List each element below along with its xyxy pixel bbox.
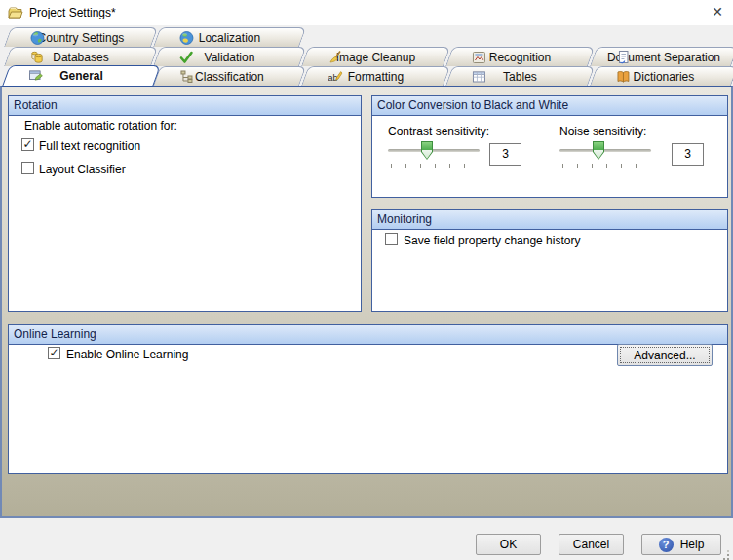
recognition-icon (471, 50, 486, 65)
project-settings-dialog: Project Settings* ✕ Country Settings Loc… (0, 0, 733, 560)
validation-check-icon (178, 50, 194, 65)
title-bar: Project Settings* ✕ (0, 0, 733, 25)
tab-label: Validation (205, 51, 255, 64)
formatting-icon: ab (327, 69, 342, 85)
classification-tree-icon (178, 69, 194, 85)
rotation-intro-label: Enable automatic rotation for: (24, 119, 177, 132)
layout-classifier-checkbox[interactable] (21, 162, 34, 174)
tab-label: Recognition (489, 51, 551, 64)
window-title: Project Settings* (29, 6, 116, 19)
svg-text:ab: ab (328, 73, 337, 83)
cancel-button[interactable]: Cancel (559, 534, 624, 555)
online-learning-group: Online Learning ✓ Enable Online Learning… (8, 324, 728, 474)
color-conversion-group-title: Color Conversion to Black and White (372, 96, 727, 116)
tab-label: Localization (199, 31, 260, 45)
enable-online-learning-label[interactable]: Enable Online Learning (66, 348, 188, 361)
tab-label: Tables (503, 70, 537, 84)
tab-label: Dictionaries (634, 70, 695, 84)
tab-country-settings[interactable]: Country Settings (4, 27, 158, 47)
noise-sensitivity-slider-track[interactable] (559, 149, 651, 152)
monitoring-group-title: Monitoring (372, 210, 727, 230)
tab-dictionaries[interactable]: Dictionaries (590, 66, 733, 86)
full-text-recognition-checkbox[interactable]: ✓ (21, 138, 34, 151)
tab-classification[interactable]: Classification (153, 66, 306, 86)
tab-image-cleanup[interactable]: Image Cleanup (301, 47, 450, 66)
rotation-group-title: Rotation (9, 96, 361, 116)
tab-databases[interactable]: Databases (4, 47, 158, 66)
resize-grip[interactable] (721, 548, 729, 556)
advanced-button[interactable]: Advanced... (617, 344, 713, 366)
tab-document-separation[interactable]: Document Separation (590, 47, 733, 66)
online-learning-group-title: Online Learning (9, 325, 727, 345)
app-icon (7, 4, 24, 21)
tab-recognition[interactable]: Recognition (445, 47, 595, 66)
tab-label: Formatting (348, 70, 404, 84)
tab-tables[interactable]: Tables (445, 66, 595, 86)
general-form-icon (28, 68, 44, 84)
help-button[interactable]: ? Help (641, 534, 721, 555)
help-button-label: Help (680, 538, 705, 551)
country-settings-globe-icon (29, 30, 45, 46)
document-separation-icon (615, 50, 631, 65)
layout-classifier-label[interactable]: Layout Classifier (39, 163, 126, 176)
rotation-group: Rotation Enable automatic rotation for: … (8, 95, 362, 312)
save-field-history-checkbox[interactable] (385, 233, 398, 245)
color-conversion-group: Color Conversion to Black and White Cont… (371, 95, 728, 198)
tab-label: Country Settings (38, 31, 125, 45)
broom-icon (327, 50, 342, 65)
tab-validation[interactable]: Validation (153, 47, 306, 66)
help-icon: ? (659, 538, 674, 552)
noise-sensitivity-slider-thumb[interactable] (593, 141, 604, 160)
table-icon (471, 69, 486, 85)
tab-localization[interactable]: Localization (153, 27, 306, 47)
tab-label: Image Cleanup (336, 51, 415, 64)
tab-label: Databases (53, 51, 108, 64)
close-icon[interactable]: ✕ (702, 0, 733, 23)
contrast-sensitivity-slider-track[interactable] (388, 149, 480, 152)
noise-sensitivity-value[interactable]: 3 (672, 143, 704, 166)
tab-label: General (59, 69, 103, 83)
book-icon (615, 69, 631, 85)
ok-button[interactable]: OK (476, 534, 541, 555)
save-field-history-label[interactable]: Save field property change history (404, 234, 580, 247)
enable-online-learning-checkbox[interactable]: ✓ (48, 347, 60, 359)
contrast-sensitivity-slider-thumb[interactable] (421, 141, 433, 160)
monitoring-group: Monitoring Save field property change hi… (371, 209, 728, 312)
tab-general[interactable]: General (2, 65, 161, 87)
tab-label: Classification (195, 70, 264, 84)
full-text-recognition-label[interactable]: Full text recognition (39, 139, 140, 153)
localization-globe-icon (178, 30, 194, 46)
contrast-sensitivity-label: Contrast sensitivity: (388, 125, 489, 138)
noise-sensitivity-label: Noise sensitivity: (559, 125, 646, 138)
tab-formatting[interactable]: ab Formatting (301, 66, 450, 86)
database-icon (29, 50, 45, 65)
contrast-sensitivity-value[interactable]: 3 (489, 143, 521, 166)
